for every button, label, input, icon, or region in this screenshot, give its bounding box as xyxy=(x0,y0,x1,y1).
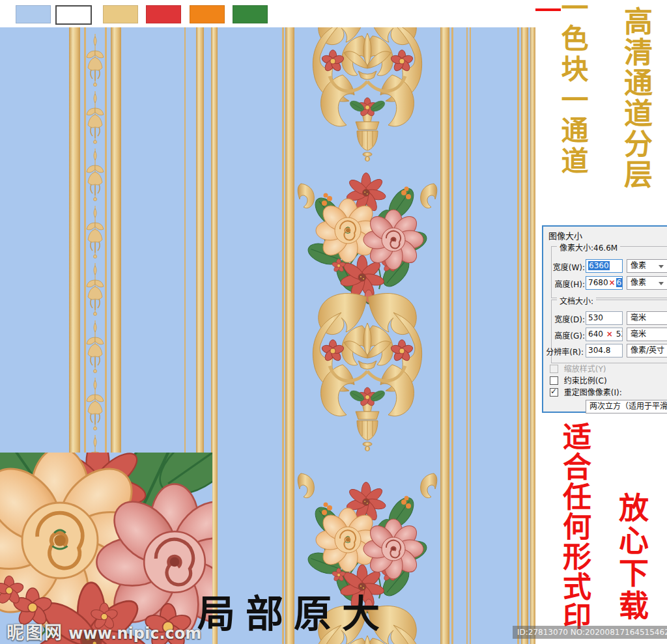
resolution-unit-select[interactable]: 像素/英寸 xyxy=(627,344,667,357)
pixel-width-unit-select[interactable]: 像素 xyxy=(627,259,667,273)
color-swatch-red xyxy=(146,5,181,23)
gold-slogan-right: 高清通道分层 xyxy=(615,7,657,190)
site-logo: 昵图网 xyxy=(7,623,63,643)
pixel-height-unit-select[interactable]: 像素 xyxy=(627,276,667,290)
checkbox-label: 约束比例(C) xyxy=(564,376,607,385)
unit-label: 像素 xyxy=(631,261,646,270)
checkbox-icon[interactable] xyxy=(550,388,558,397)
unit-label: 毫米 xyxy=(631,313,646,322)
pixel-height-input[interactable]: 7680×6360 xyxy=(586,276,623,290)
pixel-width-value: 6360 xyxy=(588,261,610,270)
doc-width-label: 宽度(D): xyxy=(547,313,585,324)
strike-x-mark: × xyxy=(606,329,613,339)
pixel-size-legend: 像素大小:46.6M xyxy=(557,242,620,253)
resample-method-label: 两次立方（适用于平滑渐变 xyxy=(589,402,667,411)
dialog-title: 图像大小 xyxy=(548,229,582,242)
doc-height-unit-select[interactable]: 毫米 xyxy=(627,328,667,341)
unit-label: 像素/英寸 xyxy=(631,346,664,355)
gold-stripe xyxy=(530,27,535,644)
resample-image-checkbox-row[interactable]: 重定图像像素(I): xyxy=(550,388,622,399)
constrain-proportions-checkbox-row[interactable]: 约束比例(C) xyxy=(550,376,607,387)
doc-width-value: 530 xyxy=(588,313,603,322)
document-size-legend: 文档大小: xyxy=(557,295,596,306)
chevron-down-icon xyxy=(659,265,664,268)
gold-pinstripe xyxy=(517,27,519,644)
resolution-label: 分辨率(R): xyxy=(543,346,584,357)
doc-height-input[interactable]: 640 × 530 xyxy=(586,328,623,341)
red-slogan-right: 放心下载 xyxy=(610,492,653,623)
old-height-value: 640 xyxy=(588,329,603,339)
gold-stripe xyxy=(285,27,294,644)
color-swatch-green xyxy=(233,5,268,23)
color-swatch-light-blue xyxy=(16,5,51,23)
doc-width-unit-select[interactable]: 毫米 xyxy=(627,311,667,325)
scale-styles-checkbox-row[interactable]: 缩放样式(Y) xyxy=(550,365,606,375)
image-id-bar: ID:27813070 NO:20200817164515462081 xyxy=(513,626,667,639)
image-size-dialog: 图像大小 像素大小:46.6M 宽度(W): 6360 像素 高度(H): 76… xyxy=(542,225,667,413)
inset-caption: 局部原大 xyxy=(197,583,390,638)
resolution-value: 304.8 xyxy=(588,346,610,355)
pixel-width-label: 宽度(W): xyxy=(547,261,585,272)
color-swatch-orange xyxy=(190,5,225,23)
checkbox-icon[interactable] xyxy=(550,376,558,385)
resample-method-select[interactable]: 两次立方（适用于平滑渐变 xyxy=(586,400,667,413)
checkbox-icon[interactable] xyxy=(550,365,558,373)
gold-stripe xyxy=(440,27,449,644)
gold-pinstripe xyxy=(451,27,453,644)
stock-preview-page: 局部原大 一色块一通道 高清通道分层 适合任何形式印 放心下载 图像大小 像素大… xyxy=(0,0,667,644)
doc-height-label: 高度(G): xyxy=(547,329,585,341)
pixel-height-value: 6360 xyxy=(616,278,623,287)
color-swatch-gold xyxy=(103,5,138,23)
color-swatch-white xyxy=(55,5,92,25)
pixel-width-input[interactable]: 6360 xyxy=(586,259,623,273)
strike-x-mark: × xyxy=(609,278,616,287)
chevron-down-icon xyxy=(659,282,664,285)
gold-pinstripe xyxy=(466,27,468,644)
pixel-height-label: 高度(H): xyxy=(547,278,585,289)
doc-width-input[interactable]: 530 xyxy=(586,311,623,325)
gold-pinstripe xyxy=(282,27,284,644)
unit-label: 像素 xyxy=(631,278,646,287)
old-height-value: 7680 xyxy=(588,278,608,287)
detail-inset xyxy=(0,453,212,644)
site-url: www.nipic.com xyxy=(63,624,201,643)
checkbox-label: 缩放样式(Y) xyxy=(564,365,606,374)
gold-slogan-left: 一色块一通道 xyxy=(552,0,592,177)
doc-height-value: 530 xyxy=(616,329,623,339)
checkbox-label: 重定图像像素(I): xyxy=(564,388,622,397)
red-slogan-left: 适合任何形式印 xyxy=(554,422,595,632)
damask-panel xyxy=(294,27,440,644)
detail-inset-art xyxy=(0,453,212,644)
gold-stripe xyxy=(521,27,528,644)
unit-label: 毫米 xyxy=(631,329,646,339)
resolution-input[interactable]: 304.8 xyxy=(586,344,623,357)
gold-pinstripe xyxy=(470,27,471,644)
watermark: 昵图网 www.nipic.com xyxy=(7,619,201,644)
